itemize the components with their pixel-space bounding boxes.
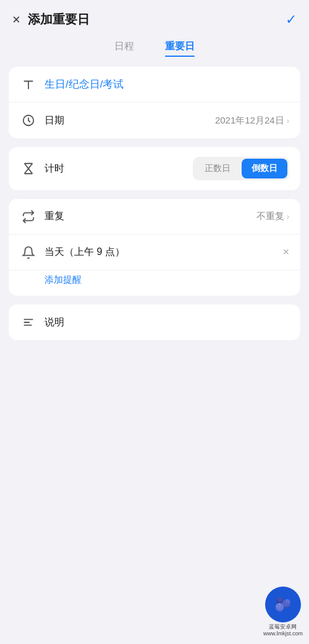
confirm-button[interactable]: ✓ xyxy=(286,12,297,28)
watermark-badge: 🫐 蓝莓安卓网 www.lmkjst.com xyxy=(263,587,303,638)
tab-schedule[interactable]: 日程 xyxy=(114,40,134,56)
date-row[interactable]: 日期 2021年12月24日 › xyxy=(9,102,300,138)
description-icon xyxy=(20,316,37,329)
card-description: 说明 xyxy=(9,304,300,340)
repeat-label: 重复 xyxy=(44,210,256,223)
title-row xyxy=(9,67,300,102)
watermark-label: 蓝莓安卓网 www.lmkjst.com xyxy=(263,624,303,638)
repeat-value: 不重复 › xyxy=(256,211,289,222)
description-label: 说明 xyxy=(44,316,289,329)
date-value: 2021年12月24日 › xyxy=(215,115,289,127)
clock-icon xyxy=(20,114,37,127)
card-title-date: 日期 2021年12月24日 › xyxy=(9,67,300,138)
repeat-icon xyxy=(20,210,37,224)
reminder-row: 当天（上午 9 点） × xyxy=(9,235,300,270)
date-label: 日期 xyxy=(44,114,215,127)
page-title: 添加重要日 xyxy=(28,11,286,28)
timer-label: 计时 xyxy=(44,162,193,175)
count-up-button[interactable]: 正数日 xyxy=(195,159,240,178)
timer-toggle-group: 正数日 倒数日 xyxy=(193,157,289,180)
add-reminder-button[interactable]: 添加提醒 xyxy=(44,274,82,285)
add-reminder-row: 添加提醒 xyxy=(9,270,300,296)
card-repeat-reminder: 重复 不重复 › 当天（上午 9 点） × 添加提醒 xyxy=(9,199,300,296)
tab-important-day[interactable]: 重要日 xyxy=(165,40,195,56)
title-input[interactable] xyxy=(44,78,289,91)
watermark-icon: 🫐 xyxy=(274,596,291,613)
close-button[interactable]: × xyxy=(12,13,20,27)
card-timer: 计时 正数日 倒数日 xyxy=(9,147,300,190)
bell-icon xyxy=(20,246,37,259)
repeat-row[interactable]: 重复 不重复 › xyxy=(9,199,300,235)
description-row[interactable]: 说明 xyxy=(9,304,300,340)
watermark-circle: 🫐 xyxy=(265,587,301,622)
text-icon xyxy=(20,78,37,91)
repeat-chevron: › xyxy=(287,212,289,221)
reminder-close-button[interactable]: × xyxy=(282,246,289,259)
hourglass-icon xyxy=(20,162,37,175)
timer-row: 计时 正数日 倒数日 xyxy=(9,147,300,190)
count-down-button[interactable]: 倒数日 xyxy=(242,159,287,178)
date-chevron: › xyxy=(287,116,289,125)
header: × 添加重要日 ✓ xyxy=(0,0,309,34)
reminder-time-label: 当天（上午 9 点） xyxy=(44,246,282,259)
tabs-container: 日程 重要日 xyxy=(0,34,309,67)
